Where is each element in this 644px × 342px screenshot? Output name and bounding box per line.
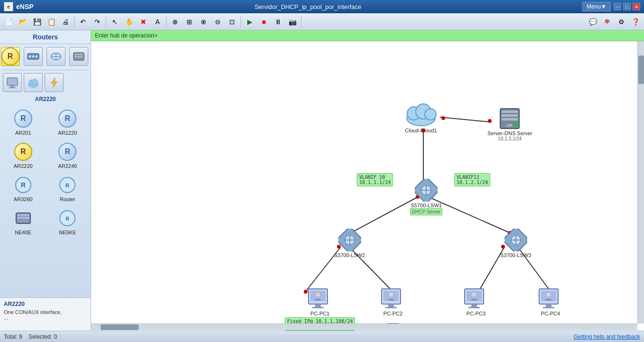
horizontal-scrollbar[interactable] xyxy=(91,324,637,330)
svg-rect-10 xyxy=(7,78,18,85)
help-feedback-link[interactable]: Getting help and feedback xyxy=(574,333,640,340)
dns-server-device[interactable]: .COM Server-DNS Server 10.1.3.1/24 xyxy=(487,108,532,141)
network-diagram[interactable]: Cloud-Cloud1 .COM Server-DNS Server 10.1… xyxy=(91,41,644,330)
svg-rect-91 xyxy=(543,307,554,308)
print-button[interactable]: 🖨 xyxy=(59,15,72,28)
svg-point-2 xyxy=(32,55,34,57)
server-icon: .COM xyxy=(498,108,522,129)
help-button[interactable]: ❓ xyxy=(629,15,642,28)
svg-text:R: R xyxy=(66,216,70,222)
pc2-label: PC-PC2 xyxy=(383,311,402,316)
switch3-icon xyxy=(504,229,527,251)
dns-server-label: Server-DNS Server xyxy=(487,130,532,136)
vertical-scrollbar[interactable] xyxy=(637,41,644,324)
pc2-underline xyxy=(387,317,399,324)
svg-point-92 xyxy=(547,293,551,296)
device-item-ne5ke[interactable]: R NE5KE xyxy=(47,206,89,237)
cloud-device[interactable]: Cloud-Cloud1 xyxy=(402,98,440,133)
menu-button[interactable]: Menu▼ xyxy=(582,2,611,11)
s5700-device[interactable]: S5700-LSW1 DHCP Server xyxy=(410,179,442,215)
vlanif10-text: VLANIF 1010.1.1.1/24 xyxy=(357,173,393,186)
switch2-icon xyxy=(338,229,361,251)
svg-point-77 xyxy=(316,293,320,296)
pc4-label: PC-PC4 xyxy=(541,311,560,316)
pc4-device[interactable]: PC-PC4 xyxy=(538,288,563,316)
s3700-lsw3-device[interactable]: S3700-LSW3 xyxy=(500,229,531,258)
text-button[interactable]: A xyxy=(151,15,164,28)
pc2-device[interactable]: PC-PC2 xyxy=(381,288,405,324)
sep2 xyxy=(106,16,106,28)
lightning-icon-btn[interactable] xyxy=(45,73,64,92)
cloud-icon-btn[interactable] xyxy=(24,73,43,92)
selected-count: Selected: 0 xyxy=(28,333,57,340)
capture-button[interactable]: 📷 xyxy=(286,15,299,28)
s3700-lsw2-body xyxy=(338,229,361,251)
stop-button[interactable]: ■ xyxy=(257,15,271,28)
pan-button[interactable]: ✋ xyxy=(122,15,136,28)
settings-button[interactable]: ⚙ xyxy=(615,15,628,28)
canvas-area[interactable]: Enter hub de operacion> xyxy=(91,30,644,331)
s3700-lsw2-device[interactable]: S3700-LSW2 xyxy=(334,229,365,258)
device-item-ar2240[interactable]: R AR2240 xyxy=(47,139,89,171)
device-label-router: Router xyxy=(60,196,75,202)
vlanif11-text: VLANIF1110.1.2.1/24 xyxy=(454,173,490,186)
monitor-icon-btn[interactable] xyxy=(3,73,22,92)
delete-button[interactable]: ✖ xyxy=(137,15,150,28)
redo-button[interactable]: ↷ xyxy=(91,15,104,28)
minimize-button[interactable]: ─ xyxy=(614,3,621,10)
chat-button[interactable]: 💬 xyxy=(586,15,599,28)
small-icon-row xyxy=(0,71,91,94)
svg-rect-85 xyxy=(471,304,477,307)
horizontal-scroll-thumb[interactable] xyxy=(101,324,139,330)
connect-button[interactable]: ⊕ xyxy=(168,15,182,28)
device-list[interactable]: R AR201 R AR1220 R AR2220 R AR2240 xyxy=(0,104,91,297)
zoom-in-button[interactable]: ⊕ xyxy=(197,15,210,28)
router-icon-4[interactable] xyxy=(69,47,88,66)
svg-point-15 xyxy=(32,79,37,85)
svg-rect-81 xyxy=(385,307,397,308)
saveas-button[interactable]: 📋 xyxy=(45,15,58,28)
device-label-ne40e: NE40E xyxy=(15,230,31,235)
undo-button[interactable]: ↶ xyxy=(76,15,90,28)
device-item-ne40e[interactable]: NE40E xyxy=(2,206,45,237)
router-icon-3[interactable] xyxy=(47,47,65,66)
console-text: Enter hub de operacion> xyxy=(95,32,158,39)
huawei-button[interactable]: 华 xyxy=(600,15,614,28)
svg-rect-11 xyxy=(10,85,14,87)
pc4-body xyxy=(538,288,563,310)
close-button[interactable]: ✕ xyxy=(633,3,640,10)
cloud-icon xyxy=(402,98,440,127)
device-item-ar3260[interactable]: R AR3260 xyxy=(2,173,45,204)
toolbar: 📄 📂 💾 📋 🖨 ↶ ↷ ↖ ✋ ✖ A ⊕ ⊞ ⊕ ⊖ ⊡ ▶ ■ ⏸ 📷 … xyxy=(0,13,644,30)
svg-rect-90 xyxy=(546,304,551,307)
status-info: Total: 9 Selected: 0 xyxy=(4,333,57,340)
router-icon-2[interactable] xyxy=(24,47,43,66)
device-item-ar1220[interactable]: R AR1220 xyxy=(47,106,89,138)
new-button[interactable]: 📄 xyxy=(2,15,15,28)
zoom-out-button[interactable]: ⊖ xyxy=(211,15,224,28)
save-button[interactable]: 💾 xyxy=(30,15,44,28)
device-item-router[interactable]: R Router xyxy=(47,173,89,204)
device-item-ar201[interactable]: R AR201 xyxy=(2,106,45,138)
s5700-body xyxy=(415,179,438,202)
start-button[interactable]: ▶ xyxy=(243,15,256,28)
pc3-device[interactable]: PC-PC3 xyxy=(464,288,488,316)
auto-connect-button[interactable]: ⊞ xyxy=(183,15,196,28)
pc3-body xyxy=(464,288,488,310)
device-item-ar2220[interactable]: R AR2220 xyxy=(2,139,45,171)
device-label-ar2240: AR2240 xyxy=(58,163,77,169)
svg-rect-86 xyxy=(468,307,480,308)
s3700-lsw3-body xyxy=(504,229,527,251)
fit-button[interactable]: ⊡ xyxy=(225,15,239,28)
svg-text:R: R xyxy=(65,183,69,188)
open-button[interactable]: 📂 xyxy=(16,15,29,28)
device-type-icons: R xyxy=(0,44,91,69)
maximize-button[interactable]: □ xyxy=(623,3,631,10)
select-button[interactable]: ↖ xyxy=(108,15,121,28)
vertical-scroll-thumb[interactable] xyxy=(638,55,644,84)
sep4 xyxy=(241,16,241,28)
pause-button[interactable]: ⏸ xyxy=(271,15,285,28)
device-label-ne5ke: NE5KE xyxy=(59,230,76,235)
svg-line-30 xyxy=(430,198,511,233)
router-icon-1[interactable]: R xyxy=(1,47,20,66)
